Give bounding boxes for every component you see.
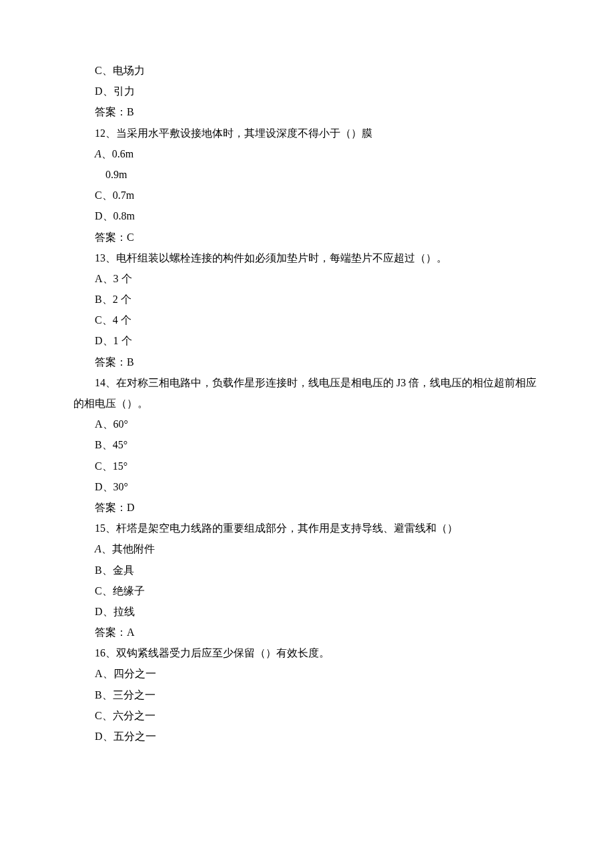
text-line: 0.9m (73, 164, 547, 185)
text-line: D、0.8m (73, 205, 547, 226)
text-line: D、五分之一 (73, 726, 547, 747)
text-line: B、2 个 (73, 289, 547, 310)
italic-letter: A (95, 543, 101, 554)
text-line: 答案：C (73, 227, 547, 248)
italic-letter: A (95, 148, 101, 159)
text-line: 14、在对称三相电路中，负载作星形连接时，线电压是相电压的 J3 倍，线电压的相… (73, 372, 547, 414)
text-line: A、60° (73, 414, 547, 434)
text-line: A、3 个 (73, 268, 547, 289)
text-line: 答案：A (73, 622, 547, 642)
text-line: D、1 个 (73, 330, 547, 351)
text-line: C、绝缘子 (73, 580, 547, 601)
text-line: C、15° (73, 456, 547, 476)
text-line: A、其他附件 (73, 538, 547, 559)
text-line: C、4 个 (73, 310, 547, 330)
text-line: 15、杆塔是架空电力线路的重要组成部分，其作用是支持导线、避雷线和（） (73, 518, 547, 538)
text-line: 13、电杆组装以螺栓连接的构件如必须加垫片时，每端垫片不应超过（）。 (73, 248, 547, 268)
text-line: D、拉线 (73, 601, 547, 622)
text-line: C、0.7m (73, 185, 547, 205)
text-rest: 、0.6m (101, 148, 133, 159)
text-line: A、0.6m (73, 143, 547, 164)
text-line: C、电场力 (73, 60, 547, 81)
text-rest: 、其他附件 (101, 543, 155, 554)
text-line: B、金具 (73, 560, 547, 580)
text-line: 16、双钩紧线器受力后应至少保留（）有效长度。 (73, 642, 547, 663)
text-line: B、三分之一 (73, 685, 547, 705)
text-line: C、六分之一 (73, 705, 547, 726)
text-content: 15、杆塔是架空电力线路的重要组成部分，其作用是支持导线、避雷线和（） (73, 518, 547, 538)
text-content: 14、在对称三相电路中，负载作星形连接时，线电压是相电压的 J3 倍，线电压的相… (73, 372, 547, 414)
text-line: D、30° (73, 476, 547, 497)
text-line: 答案：B (73, 352, 547, 372)
text-line: 12、当采用水平敷设接地体时，其埋设深度不得小于（）膜 (73, 123, 547, 143)
text-line: 答案：D (73, 497, 547, 518)
text-line: D、引力 (73, 81, 547, 101)
text-line: B、45° (73, 434, 547, 455)
text-line: 答案：B (73, 101, 547, 122)
text-line: A、四分之一 (73, 663, 547, 684)
document-page: C、电场力D、引力答案：B12、当采用水平敷设接地体时，其埋设深度不得小于（）膜… (0, 0, 614, 868)
